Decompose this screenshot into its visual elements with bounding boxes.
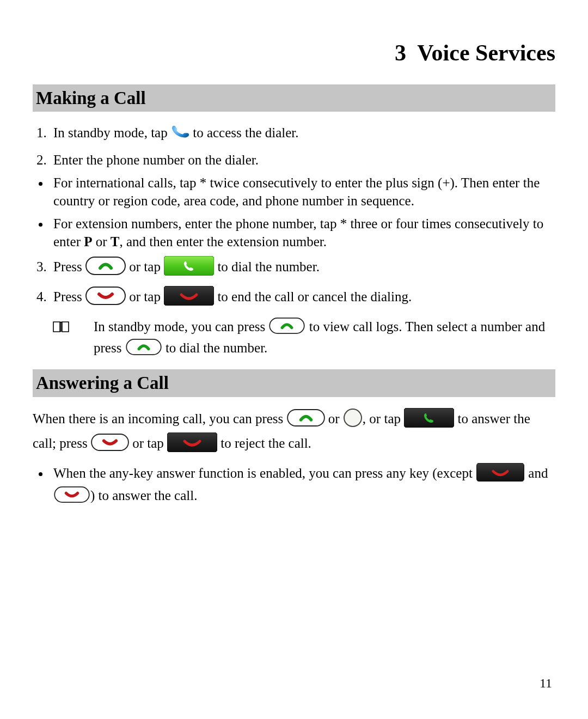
- chapter-title: 3 Voice Services: [33, 38, 555, 68]
- book-icon: [52, 320, 70, 339]
- page-number: 11: [540, 675, 552, 692]
- end-key-red-icon: [91, 434, 129, 456]
- step-4: Press or tap to end the call or cancel t…: [50, 286, 555, 310]
- note-call-logs: In standby mode, you can press to view c…: [52, 318, 555, 360]
- reject-button-dark-icon: [167, 432, 217, 457]
- svg-rect-8: [404, 408, 454, 428]
- end-button-dark-icon: [164, 286, 214, 310]
- ok-key-icon: [343, 408, 363, 432]
- answering-notes: When the any-key answer function is enab…: [33, 463, 555, 507]
- section-making-a-call: Making a Call: [33, 84, 555, 112]
- making-a-call-steps-cont: Press or tap to dial the number. Press: [33, 256, 555, 310]
- step-2: Enter the phone number on the dialer.: [50, 151, 555, 169]
- making-a-call-notes: For international calls, tap * twice con…: [33, 174, 555, 251]
- end-key-red-icon: [53, 486, 90, 508]
- answering-text: When there is an incoming call, you can …: [33, 408, 555, 456]
- section-answering-a-call: Answering a Call: [33, 369, 555, 397]
- answer-button-dark-icon: [404, 408, 454, 432]
- svg-rect-10: [167, 432, 217, 452]
- chapter-number: 3: [395, 40, 406, 65]
- phone-handset-icon: [171, 123, 189, 146]
- manual-page: 3 Voice Services Making a Call In standb…: [0, 0, 588, 719]
- svg-rect-3: [164, 286, 214, 306]
- bullet-international: For international calls, tap * twice con…: [50, 174, 555, 210]
- svg-rect-11: [477, 463, 524, 482]
- svg-point-7: [344, 409, 362, 426]
- call-key-green-icon: [125, 339, 162, 360]
- bullet-anykey: When the any-key answer function is enab…: [50, 463, 555, 507]
- end-key-red-icon: [85, 287, 126, 310]
- call-key-green-icon: [85, 257, 126, 280]
- call-key-green-icon: [268, 318, 305, 339]
- step-1: In standby mode, tap to access the diale…: [50, 123, 555, 146]
- bullet-extension: For extension numbers, enter the phone n…: [50, 215, 555, 251]
- svg-rect-1: [164, 256, 214, 276]
- step-3: Press or tap to dial the number.: [50, 256, 555, 281]
- reject-button-dark-icon: [476, 463, 525, 486]
- dial-button-green-icon: [164, 256, 214, 281]
- making-a-call-steps: In standby mode, tap to access the diale…: [33, 123, 555, 169]
- chapter-name: Voice Services: [417, 40, 555, 65]
- call-key-green-icon: [287, 409, 325, 431]
